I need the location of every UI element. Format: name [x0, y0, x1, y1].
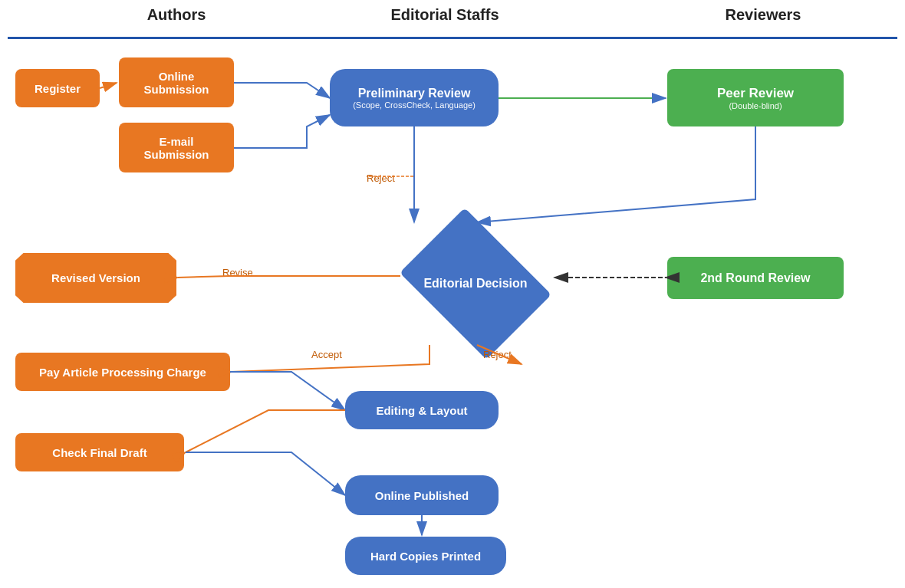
svg-line-5 [100, 83, 117, 88]
header-authors: Authors [100, 6, 253, 24]
revise-label: Revise [222, 267, 253, 278]
peer-review-box: Peer Review (Double-blind) [667, 69, 844, 126]
pay-apc-box: Pay Article Processing Charge [15, 353, 230, 391]
editing-layout-box: Editing & Layout [345, 391, 499, 429]
divider-line [8, 37, 897, 39]
register-box: Register [15, 69, 100, 107]
revised-version-box: Revised Version [15, 253, 176, 303]
round2-review-box: 2nd Round Review [667, 257, 844, 299]
email-submission-box: E-mail Submission [119, 123, 234, 172]
hard-copies-box: Hard Copies Printed [345, 537, 506, 575]
header-reviewers: Reviewers [667, 6, 859, 24]
online-published-box: Online Published [345, 475, 499, 515]
preliminary-review-box: Preliminary Review (Scope, CrossCheck, L… [330, 69, 499, 126]
diagram-container: Authors Editorial Staffs Reviewers Regis… [0, 0, 905, 588]
accept-label: Accept [311, 349, 342, 360]
check-final-draft-box: Check Final Draft [15, 433, 184, 471]
editorial-decision-diamond: Editorial Decision [399, 222, 552, 345]
reject2-label: Reject [483, 349, 512, 360]
header-editorial: Editorial Staffs [330, 6, 560, 24]
online-submission-box: Online Submission [119, 57, 234, 107]
reject1-label: Reject [367, 172, 395, 184]
